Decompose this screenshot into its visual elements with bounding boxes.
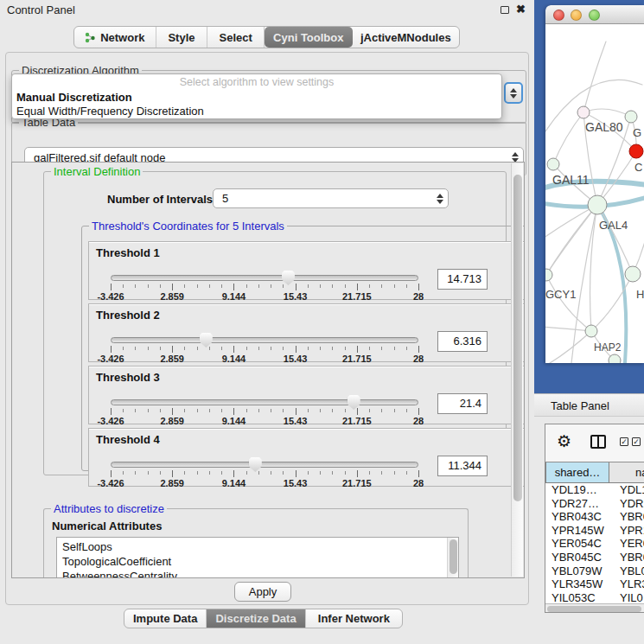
apply-button[interactable]: Apply: [234, 582, 291, 602]
name-cell[interactable]: YBR0: [609, 510, 644, 524]
slider-thumb[interactable]: [200, 333, 213, 348]
attribute-list-item[interactable]: BetweennessCentrality: [62, 569, 458, 578]
shared-name-cell[interactable]: YBR045C: [545, 551, 609, 564]
slider-track[interactable]: [111, 399, 418, 405]
slider-track[interactable]: [111, 462, 418, 468]
slider-tick: [197, 409, 198, 412]
attributes-list-scrollbar[interactable]: [447, 538, 458, 578]
slider-tick: [111, 284, 112, 290]
slider-tick: [184, 284, 185, 288]
tab-impute-data[interactable]: Impute Data: [124, 609, 207, 628]
slider-tick: [418, 284, 419, 290]
threshold-value-field[interactable]: 14.713: [437, 269, 488, 290]
gear-icon[interactable]: ⚙: [557, 431, 571, 451]
shared-name-cell[interactable]: YDR27…: [545, 497, 609, 511]
interval-definition-group: Interval Definition Number of Intervals …: [43, 171, 507, 475]
slider-tick-label: 2.859: [160, 354, 184, 364]
table-horizontal-scrollbar[interactable]: [545, 603, 644, 612]
name-cell[interactable]: YPR1: [609, 524, 644, 538]
tab-label: Network: [100, 31, 144, 44]
algorithm-option-equal-width[interactable]: Equal Width/Frequency Discretization: [16, 105, 204, 118]
close-traffic-light[interactable]: [553, 10, 564, 21]
table-row[interactable]: YDR27…YDR2: [545, 497, 644, 511]
shared-name-cell[interactable]: YBL079W: [545, 564, 609, 578]
slider-tick: [111, 408, 112, 415]
column-header-name[interactable]: na: [609, 462, 644, 483]
network-node[interactable]: [547, 158, 559, 170]
name-cell[interactable]: YBR0: [609, 551, 644, 564]
tab-infer-network[interactable]: Infer Network: [306, 609, 402, 628]
table-row[interactable]: YLR345WYLR3: [545, 577, 644, 591]
slider-thumb[interactable]: [282, 271, 295, 285]
scrollbar-thumb[interactable]: [547, 606, 641, 612]
tab-label: Select: [220, 31, 252, 44]
slider-track[interactable]: [111, 275, 418, 281]
name-cell[interactable]: YLR3: [609, 577, 644, 591]
slider-tick: [160, 284, 161, 288]
slider-tick: [283, 471, 284, 475]
shared-name-cell[interactable]: YER054C: [545, 537, 609, 551]
network-canvas[interactable]: GAL80GCGAL11GAL4GCY1HHAP2: [545, 24, 644, 363]
network-node[interactable]: [625, 266, 641, 282]
shared-name-cell[interactable]: YIL053C: [545, 591, 609, 603]
tab-style[interactable]: Style: [156, 27, 208, 48]
scrollbar-thumb[interactable]: [450, 539, 457, 574]
slider-track[interactable]: [111, 337, 418, 343]
network-node[interactable]: [588, 195, 607, 214]
zoom-traffic-light[interactable]: [589, 10, 600, 21]
tab-cyni-toolbox[interactable]: Cyni Toolbox: [265, 27, 353, 48]
slider-tick: [320, 409, 321, 412]
slider-tick: [357, 470, 358, 477]
table-row[interactable]: YBR043CYBR0: [545, 510, 644, 524]
shared-name-cell[interactable]: YDL19…: [545, 483, 609, 497]
minimize-traffic-light[interactable]: [571, 10, 582, 21]
network-node[interactable]: [609, 354, 621, 363]
attribute-list-item[interactable]: SelfLoops: [62, 539, 458, 554]
tab-discretize-data[interactable]: Discretize Data: [207, 609, 305, 628]
tab-jactivemnodules[interactable]: jActiveMNodules: [353, 27, 459, 48]
table-row[interactable]: YPR145WYPR1: [545, 524, 644, 538]
column-header-shared-name[interactable]: shared…: [545, 462, 609, 483]
table-row[interactable]: YDL19…YDL1: [545, 483, 644, 497]
name-cell[interactable]: YDR2: [609, 497, 644, 511]
panel-vertical-scrollbar[interactable]: [511, 163, 523, 577]
attribute-list-item[interactable]: TopologicalCoefficient: [62, 554, 458, 569]
network-node[interactable]: [545, 269, 552, 281]
table-row[interactable]: YIL053CYIL0: [545, 591, 644, 603]
table-row[interactable]: YBL079WYBL0: [545, 564, 644, 578]
tab-network[interactable]: Network: [74, 27, 156, 48]
name-cell[interactable]: YDL1: [609, 483, 644, 497]
table-row[interactable]: YBR045CYBR0: [545, 551, 644, 564]
slider-tick: [296, 346, 296, 353]
network-node[interactable]: [585, 325, 597, 337]
name-cell[interactable]: YIL0: [609, 591, 644, 603]
threshold-value-field[interactable]: 11.344: [437, 456, 488, 476]
close-icon[interactable]: ✖: [516, 3, 526, 16]
scrollbar-thumb[interactable]: [513, 175, 522, 501]
algorithm-option-manual[interactable]: Manual Discretization: [16, 91, 132, 104]
threshold-value-field[interactable]: 21.4: [437, 393, 488, 414]
table-row[interactable]: YER054CYER0: [545, 537, 644, 551]
slider-tick: [148, 284, 149, 288]
algorithm-combo-arrow-button[interactable]: [504, 82, 523, 104]
arrow-up-icon: [510, 88, 517, 92]
checkbox-icon[interactable]: ✓: [632, 437, 641, 446]
name-cell[interactable]: YER0: [609, 537, 644, 551]
shared-name-cell[interactable]: YPR145W: [545, 524, 609, 538]
shared-name-cell[interactable]: YLR345W: [545, 577, 609, 591]
float-window-icon[interactable]: [501, 6, 509, 14]
slider-thumb[interactable]: [249, 457, 262, 472]
number-of-intervals-combo[interactable]: 5: [213, 188, 449, 208]
split-view-icon[interactable]: [590, 435, 606, 449]
table-rows: YDL19…YDL1YDR27…YDR2YBR043CYBR0YPR145WYP…: [545, 483, 644, 603]
checkbox-icon[interactable]: ✓: [620, 437, 628, 446]
threshold-value-field[interactable]: 6.316: [437, 331, 488, 352]
slider-thumb[interactable]: [348, 395, 360, 410]
network-node[interactable]: [629, 144, 643, 158]
slider-tick: [381, 284, 382, 288]
tab-select[interactable]: Select: [207, 27, 265, 48]
network-node[interactable]: [625, 111, 637, 123]
network-node[interactable]: [577, 106, 590, 118]
name-cell[interactable]: YBL0: [609, 564, 644, 578]
shared-name-cell[interactable]: YBR043C: [545, 510, 609, 524]
